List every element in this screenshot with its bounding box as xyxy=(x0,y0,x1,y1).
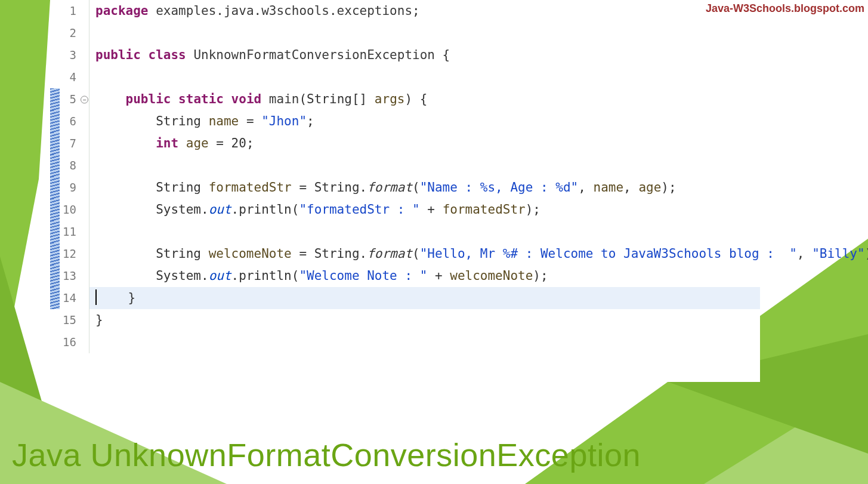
line-number: 12 xyxy=(60,243,80,265)
line-number: 3 xyxy=(60,44,80,66)
code-line[interactable]: 10 System.out.println("formatedStr : " +… xyxy=(50,199,760,221)
code-line[interactable]: 12 String welcomeNote = String.format("H… xyxy=(50,243,760,265)
gutter-rule xyxy=(80,265,89,287)
line-number: 14 xyxy=(60,287,80,309)
line-number: 9 xyxy=(60,177,80,199)
code-area[interactable]: 1package examples.java.w3schools.excepti… xyxy=(50,0,760,353)
line-number: 2 xyxy=(60,22,80,44)
code-content[interactable]: } xyxy=(89,309,760,331)
gutter-rule xyxy=(80,155,89,177)
code-content[interactable]: } xyxy=(89,287,760,309)
change-marker xyxy=(50,110,60,132)
code-content[interactable]: public class UnknownFormatConversionExce… xyxy=(89,44,760,66)
line-number: 16 xyxy=(60,331,80,353)
code-line[interactable]: 7 int age = 20; xyxy=(50,132,760,155)
code-line[interactable]: 13 System.out.println("Welcome Note : " … xyxy=(50,265,760,287)
line-number: 8 xyxy=(60,155,80,177)
code-content[interactable] xyxy=(89,66,760,88)
change-marker xyxy=(50,132,60,155)
change-marker xyxy=(50,88,60,110)
watermark-text: Java-W3Schools.blogspot.com xyxy=(706,2,864,15)
gutter-rule xyxy=(80,22,89,44)
gutter-rule xyxy=(80,221,89,243)
fold-icon[interactable]: − xyxy=(81,95,88,103)
code-line[interactable]: 16 xyxy=(50,331,760,353)
gutter-rule xyxy=(80,177,89,199)
line-number: 15 xyxy=(60,309,80,331)
code-line[interactable]: 15} xyxy=(50,309,760,331)
code-content[interactable]: String formatedStr = String.format("Name… xyxy=(89,177,760,199)
code-line[interactable]: 8 xyxy=(50,155,760,177)
slide-title: Java UnknownFormatConversionException xyxy=(12,436,641,473)
line-number: 6 xyxy=(60,110,80,132)
change-marker xyxy=(50,243,60,265)
code-line[interactable]: 14 } xyxy=(50,287,760,309)
change-marker xyxy=(50,177,60,199)
change-marker xyxy=(50,287,60,309)
code-line[interactable]: 2 xyxy=(50,22,760,44)
change-marker xyxy=(50,22,60,44)
gutter-rule xyxy=(80,243,89,265)
gutter-rule xyxy=(80,199,89,221)
code-line[interactable]: 4 xyxy=(50,66,760,88)
code-line[interactable]: 6 String name = "Jhon"; xyxy=(50,110,760,132)
line-number: 4 xyxy=(60,66,80,88)
code-content[interactable] xyxy=(89,155,760,177)
code-content[interactable]: public static void main(String[] args) { xyxy=(89,88,760,110)
code-line[interactable]: 9 String formatedStr = String.format("Na… xyxy=(50,177,760,199)
gutter-rule xyxy=(80,331,89,353)
code-line[interactable]: 5− public static void main(String[] args… xyxy=(50,88,760,110)
text-cursor xyxy=(95,289,97,305)
code-content[interactable]: String name = "Jhon"; xyxy=(89,110,760,132)
gutter-rule xyxy=(80,0,89,22)
line-number: 13 xyxy=(60,265,80,287)
change-marker xyxy=(50,155,60,177)
code-content[interactable]: String welcomeNote = String.format("Hell… xyxy=(89,243,868,265)
code-line[interactable]: 3public class UnknownFormatConversionExc… xyxy=(50,44,760,66)
code-content[interactable]: System.out.println("formatedStr : " + fo… xyxy=(89,199,760,221)
gutter-rule xyxy=(80,66,89,88)
code-content[interactable] xyxy=(89,22,760,44)
code-editor: 1package examples.java.w3schools.excepti… xyxy=(50,0,760,382)
gutter-rule xyxy=(80,44,89,66)
line-number: 11 xyxy=(60,221,80,243)
change-marker xyxy=(50,66,60,88)
change-marker xyxy=(50,199,60,221)
gutter-rule xyxy=(80,110,89,132)
code-content[interactable]: int age = 20; xyxy=(89,132,760,155)
code-content[interactable] xyxy=(89,331,760,353)
gutter-rule xyxy=(80,309,89,331)
change-marker xyxy=(50,309,60,331)
line-number: 1 xyxy=(60,0,80,22)
code-line[interactable]: 1package examples.java.w3schools.excepti… xyxy=(50,0,760,22)
code-line[interactable]: 11 xyxy=(50,221,760,243)
code-content[interactable] xyxy=(89,221,760,243)
change-marker xyxy=(50,44,60,66)
change-marker xyxy=(50,265,60,287)
line-number: 7 xyxy=(60,132,80,155)
change-marker xyxy=(50,0,60,22)
code-content[interactable]: System.out.println("Welcome Note : " + w… xyxy=(89,265,760,287)
gutter-rule xyxy=(80,287,89,309)
code-content[interactable]: package examples.java.w3schools.exceptio… xyxy=(89,0,760,22)
gutter-rule xyxy=(80,132,89,155)
change-marker xyxy=(50,331,60,353)
line-number: 10 xyxy=(60,199,80,221)
line-number: 5− xyxy=(60,88,80,110)
change-marker xyxy=(50,221,60,243)
